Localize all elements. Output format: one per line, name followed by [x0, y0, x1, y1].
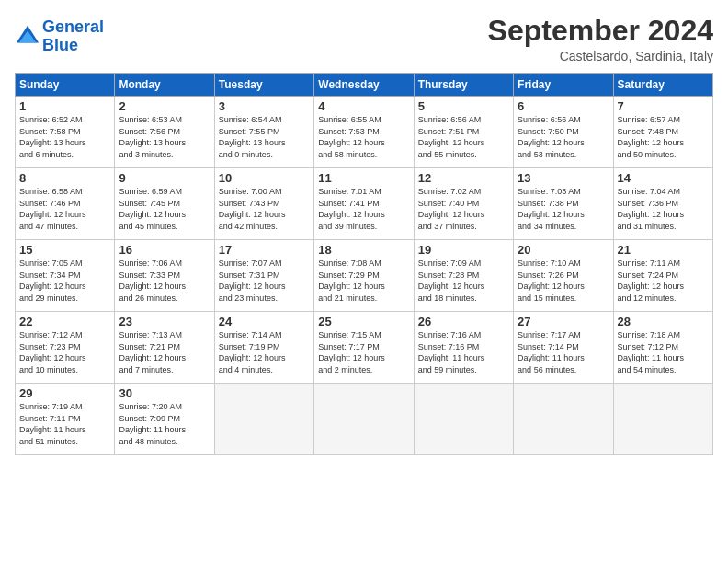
- logo-text: General Blue: [42, 18, 104, 55]
- calendar-row-3: 15Sunrise: 7:05 AMSunset: 7:34 PMDayligh…: [16, 240, 713, 312]
- day-info: Sunrise: 6:52 AMSunset: 7:58 PMDaylight:…: [19, 114, 110, 160]
- day-number: 28: [618, 315, 709, 328]
- table-row: 14Sunrise: 7:04 AMSunset: 7:36 PMDayligh…: [613, 168, 712, 240]
- day-info: Sunrise: 6:56 AMSunset: 7:50 PMDaylight:…: [518, 114, 609, 160]
- day-number: 10: [219, 171, 310, 185]
- table-row: 27Sunrise: 7:17 AMSunset: 7:14 PMDayligh…: [514, 312, 613, 384]
- day-number: 6: [518, 99, 609, 113]
- table-row: 28Sunrise: 7:18 AMSunset: 7:12 PMDayligh…: [613, 312, 712, 384]
- header: General Blue September 2024 Castelsardo,…: [15, 15, 713, 63]
- table-row: 21Sunrise: 7:11 AMSunset: 7:24 PMDayligh…: [613, 240, 712, 312]
- table-row: [414, 384, 513, 455]
- table-row: 2Sunrise: 6:53 AMSunset: 7:56 PMDaylight…: [115, 97, 214, 168]
- table-row: 18Sunrise: 7:08 AMSunset: 7:29 PMDayligh…: [314, 240, 414, 312]
- table-row: 9Sunrise: 6:59 AMSunset: 7:45 PMDaylight…: [115, 168, 214, 240]
- header-thursday: Thursday: [414, 74, 513, 97]
- header-tuesday: Tuesday: [214, 74, 313, 97]
- table-row: 30Sunrise: 7:20 AMSunset: 7:09 PMDayligh…: [115, 384, 214, 455]
- table-row: 16Sunrise: 7:06 AMSunset: 7:33 PMDayligh…: [115, 240, 214, 312]
- day-number: 11: [318, 171, 409, 185]
- day-info: Sunrise: 7:00 AMSunset: 7:43 PMDaylight:…: [219, 186, 310, 232]
- table-row: 24Sunrise: 7:14 AMSunset: 7:19 PMDayligh…: [214, 312, 313, 384]
- day-number: 1: [19, 99, 110, 113]
- day-info: Sunrise: 7:16 AMSunset: 7:16 PMDaylight:…: [418, 329, 509, 375]
- day-number: 23: [119, 315, 210, 328]
- day-number: 15: [19, 243, 110, 257]
- page-container: General Blue September 2024 Castelsardo,…: [0, 0, 728, 463]
- day-number: 29: [19, 386, 110, 400]
- day-info: Sunrise: 6:55 AMSunset: 7:53 PMDaylight:…: [318, 114, 409, 160]
- day-number: 21: [618, 243, 709, 257]
- table-row: 25Sunrise: 7:15 AMSunset: 7:17 PMDayligh…: [314, 312, 414, 384]
- logo: General Blue: [15, 18, 104, 55]
- header-monday: Monday: [115, 74, 214, 97]
- day-number: 13: [518, 171, 609, 185]
- table-row: [514, 384, 613, 455]
- day-info: Sunrise: 6:53 AMSunset: 7:56 PMDaylight:…: [119, 114, 210, 160]
- month-title: September 2024: [488, 15, 713, 47]
- table-row: 6Sunrise: 6:56 AMSunset: 7:50 PMDaylight…: [514, 97, 613, 168]
- day-number: 14: [618, 171, 709, 185]
- table-row: 29Sunrise: 7:19 AMSunset: 7:11 PMDayligh…: [16, 384, 115, 455]
- calendar-row-2: 8Sunrise: 6:58 AMSunset: 7:46 PMDaylight…: [16, 168, 713, 240]
- table-row: 23Sunrise: 7:13 AMSunset: 7:21 PMDayligh…: [115, 312, 214, 384]
- day-info: Sunrise: 7:19 AMSunset: 7:11 PMDaylight:…: [19, 401, 110, 447]
- location-subtitle: Castelsardo, Sardinia, Italy: [488, 49, 713, 63]
- day-info: Sunrise: 7:04 AMSunset: 7:36 PMDaylight:…: [618, 186, 709, 232]
- header-friday: Friday: [514, 74, 613, 97]
- day-number: 26: [418, 315, 509, 328]
- table-row: 19Sunrise: 7:09 AMSunset: 7:28 PMDayligh…: [414, 240, 513, 312]
- table-row: 11Sunrise: 7:01 AMSunset: 7:41 PMDayligh…: [314, 168, 414, 240]
- day-info: Sunrise: 7:03 AMSunset: 7:38 PMDaylight:…: [518, 186, 609, 232]
- day-info: Sunrise: 7:20 AMSunset: 7:09 PMDaylight:…: [119, 401, 210, 447]
- table-row: 5Sunrise: 6:56 AMSunset: 7:51 PMDaylight…: [414, 97, 513, 168]
- day-number: 17: [219, 243, 310, 257]
- day-number: 25: [318, 315, 409, 328]
- calendar-table: Sunday Monday Tuesday Wednesday Thursday…: [15, 73, 713, 455]
- table-row: 17Sunrise: 7:07 AMSunset: 7:31 PMDayligh…: [214, 240, 313, 312]
- day-info: Sunrise: 7:15 AMSunset: 7:17 PMDaylight:…: [318, 329, 409, 375]
- day-number: 8: [19, 171, 110, 185]
- table-row: 1Sunrise: 6:52 AMSunset: 7:58 PMDaylight…: [16, 97, 115, 168]
- table-row: [613, 384, 712, 455]
- table-row: 3Sunrise: 6:54 AMSunset: 7:55 PMDaylight…: [214, 97, 313, 168]
- day-info: Sunrise: 7:18 AMSunset: 7:12 PMDaylight:…: [618, 329, 709, 375]
- day-number: 19: [418, 243, 509, 257]
- day-number: 16: [119, 243, 210, 257]
- day-info: Sunrise: 7:12 AMSunset: 7:23 PMDaylight:…: [19, 329, 110, 375]
- table-row: 4Sunrise: 6:55 AMSunset: 7:53 PMDaylight…: [314, 97, 414, 168]
- day-number: 7: [618, 99, 709, 113]
- day-number: 9: [119, 171, 210, 185]
- table-row: [214, 384, 313, 455]
- day-info: Sunrise: 7:06 AMSunset: 7:33 PMDaylight:…: [119, 258, 210, 304]
- table-row: 7Sunrise: 6:57 AMSunset: 7:48 PMDaylight…: [613, 97, 712, 168]
- header-saturday: Saturday: [613, 74, 712, 97]
- title-block: September 2024 Castelsardo, Sardinia, It…: [488, 15, 713, 63]
- day-info: Sunrise: 7:07 AMSunset: 7:31 PMDaylight:…: [219, 258, 310, 304]
- day-info: Sunrise: 7:10 AMSunset: 7:26 PMDaylight:…: [518, 258, 609, 304]
- day-number: 18: [318, 243, 409, 257]
- table-row: 22Sunrise: 7:12 AMSunset: 7:23 PMDayligh…: [16, 312, 115, 384]
- day-number: 24: [219, 315, 310, 328]
- table-row: [314, 384, 414, 455]
- table-row: 8Sunrise: 6:58 AMSunset: 7:46 PMDaylight…: [16, 168, 115, 240]
- calendar-header-row: Sunday Monday Tuesday Wednesday Thursday…: [16, 74, 713, 97]
- day-info: Sunrise: 6:54 AMSunset: 7:55 PMDaylight:…: [219, 114, 310, 160]
- day-number: 27: [518, 315, 609, 328]
- table-row: 20Sunrise: 7:10 AMSunset: 7:26 PMDayligh…: [514, 240, 613, 312]
- table-row: 26Sunrise: 7:16 AMSunset: 7:16 PMDayligh…: [414, 312, 513, 384]
- day-number: 22: [19, 315, 110, 328]
- day-info: Sunrise: 7:09 AMSunset: 7:28 PMDaylight:…: [418, 258, 509, 304]
- table-row: 15Sunrise: 7:05 AMSunset: 7:34 PMDayligh…: [16, 240, 115, 312]
- day-info: Sunrise: 7:11 AMSunset: 7:24 PMDaylight:…: [618, 258, 709, 304]
- day-info: Sunrise: 7:05 AMSunset: 7:34 PMDaylight:…: [19, 258, 110, 304]
- day-info: Sunrise: 6:59 AMSunset: 7:45 PMDaylight:…: [119, 186, 210, 232]
- calendar-row-5: 29Sunrise: 7:19 AMSunset: 7:11 PMDayligh…: [16, 384, 713, 455]
- table-row: 13Sunrise: 7:03 AMSunset: 7:38 PMDayligh…: [514, 168, 613, 240]
- day-info: Sunrise: 7:02 AMSunset: 7:40 PMDaylight:…: [418, 186, 509, 232]
- day-info: Sunrise: 7:13 AMSunset: 7:21 PMDaylight:…: [119, 329, 210, 375]
- day-number: 12: [418, 171, 509, 185]
- table-row: 10Sunrise: 7:00 AMSunset: 7:43 PMDayligh…: [214, 168, 313, 240]
- day-info: Sunrise: 7:08 AMSunset: 7:29 PMDaylight:…: [318, 258, 409, 304]
- day-number: 3: [219, 99, 310, 113]
